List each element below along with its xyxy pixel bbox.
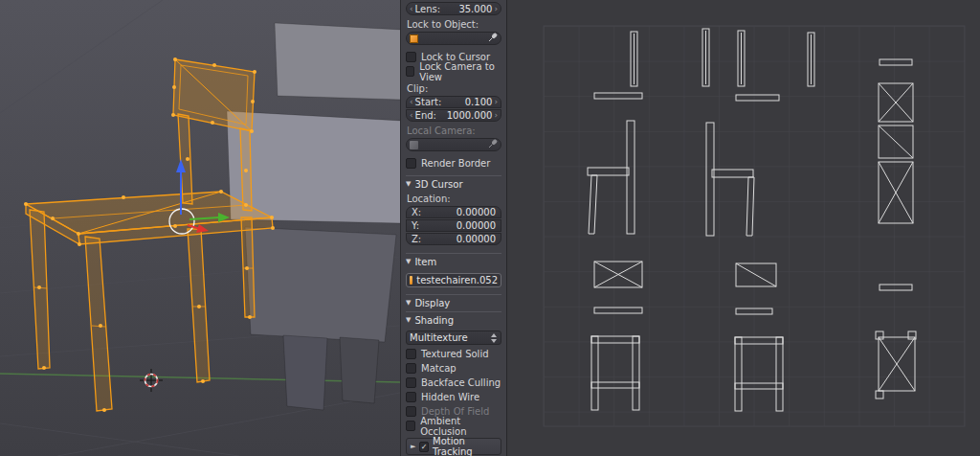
checkbox-label: Lock Camera to View	[419, 61, 501, 82]
dropdown-arrows-icon	[491, 333, 497, 343]
mesh-data-icon	[410, 276, 412, 285]
uv-grid	[544, 26, 965, 426]
checkbox-box	[406, 52, 416, 62]
motion-tracking-checkbox[interactable]: ✓	[419, 442, 429, 452]
triangle-down-icon: ▼	[406, 316, 411, 324]
panel-header-3d-cursor[interactable]: ▼ 3D Cursor	[406, 175, 501, 192]
panel-header-label: Motion Tracking	[433, 436, 497, 456]
viewport-canvas	[0, 0, 400, 456]
3d-viewport[interactable]	[0, 0, 400, 456]
matcap-checkbox[interactable]: Matcap	[406, 362, 501, 375]
slider-right-arrow-icon[interactable]: ›	[494, 111, 498, 120]
shading-mode-dropdown[interactable]: Multitexture	[406, 331, 501, 345]
clip-end-value: 1000.000	[447, 110, 493, 121]
triangle-down-icon: ▼	[406, 258, 411, 265]
triangle-right-icon: ►	[411, 443, 415, 450]
checkbox-box	[406, 392, 416, 402]
z-label: Z:	[412, 234, 457, 244]
lens-value: 35.000	[458, 4, 492, 14]
panel-header-item[interactable]: ▼ Item	[406, 253, 501, 269]
checkbox-label: Render Border	[421, 158, 490, 169]
render-border-checkbox[interactable]: Render Border	[406, 157, 501, 170]
x-label: X:	[412, 207, 457, 217]
checkbox-label: Backface Culling	[421, 377, 501, 388]
blender-window: ‹ Lens: 35.000 › Lock to Object: Lock to…	[0, 0, 980, 456]
eyedropper-icon[interactable]	[488, 139, 498, 150]
location-z-field[interactable]: Z: 0.00000	[406, 233, 501, 245]
checkbox-box	[406, 421, 415, 431]
clip-end-label: End:	[415, 110, 447, 121]
slider-left-arrow-icon[interactable]: ‹	[410, 98, 413, 106]
lens-label: Lens:	[415, 4, 459, 14]
item-name: testechairen.052	[416, 275, 498, 285]
location-label: Location:	[407, 194, 501, 204]
y-value: 0.00000	[457, 220, 496, 231]
y-label: Y:	[412, 220, 457, 231]
lens-slider[interactable]: ‹ Lens: 35.000 ›	[406, 2, 501, 15]
clip-start-value: 0.100	[465, 97, 493, 107]
panel-header-motion-tracking[interactable]: ► ✓ Motion Tracking	[406, 438, 501, 455]
slider-left-arrow-icon[interactable]: ‹	[410, 5, 413, 13]
eyedropper-icon[interactable]	[488, 33, 498, 44]
local-camera-picker[interactable]	[406, 138, 501, 151]
local-camera-label: Local Camera:	[407, 125, 501, 136]
panel-header-shading[interactable]: ▼ Shading	[406, 311, 501, 328]
checkbox-label: Hidden Wire	[421, 392, 479, 402]
lock-to-object-label: Lock to Object:	[407, 19, 501, 30]
panel-header-label: 3D Cursor	[414, 179, 462, 190]
uv-canvas	[507, 0, 980, 456]
textured-solid-checkbox[interactable]: Textured Solid	[406, 348, 501, 360]
ambient-occlusion-checkbox[interactable]: Ambient Occlusion	[406, 420, 501, 432]
clip-label: Clip:	[407, 83, 501, 94]
slider-right-arrow-icon[interactable]: ›	[494, 98, 498, 106]
uv-editor[interactable]	[507, 0, 980, 456]
location-group: X: 0.00000 Y: 0.00000 Z: 0.00000	[406, 206, 501, 245]
checkbox-box	[406, 349, 416, 359]
checkbox-label: Ambient Occlusion	[420, 416, 501, 437]
triangle-down-icon: ▼	[406, 180, 411, 188]
check-icon: ✓	[421, 443, 428, 451]
clip-start-label: Start:	[415, 97, 465, 107]
backface-culling-checkbox[interactable]: Backface Culling	[406, 376, 501, 389]
location-x-field[interactable]: X: 0.00000	[406, 206, 501, 218]
checkbox-box	[406, 363, 416, 374]
panel-header-label: Shading	[414, 315, 454, 326]
x-value: 0.00000	[457, 207, 496, 217]
location-y-field[interactable]: Y: 0.00000	[406, 219, 501, 232]
checkbox-box	[406, 158, 416, 169]
properties-panel: ‹ Lens: 35.000 › Lock to Object: Lock to…	[400, 0, 507, 456]
hidden-wire-checkbox[interactable]: Hidden Wire	[406, 391, 501, 403]
panel-header-label: Display	[414, 298, 450, 308]
clip-start-field[interactable]: ‹ Start: 0.100 ›	[406, 96, 501, 108]
lock-camera-to-view-checkbox[interactable]: Lock Camera to View	[406, 65, 501, 78]
triangle-down-icon: ▼	[406, 299, 411, 307]
object-data-icon	[410, 34, 418, 43]
clip-group: ‹ Start: 0.100 › ‹ End: 1000.000 ›	[406, 96, 501, 122]
slider-left-arrow-icon[interactable]: ‹	[410, 111, 413, 120]
lock-to-object-picker[interactable]	[406, 32, 501, 45]
camera-data-icon	[410, 141, 418, 149]
checkbox-label: Matcap	[421, 363, 457, 374]
clip-end-field[interactable]: ‹ End: 1000.000 ›	[406, 109, 501, 122]
item-name-field[interactable]: testechairen.052	[406, 273, 501, 287]
checkbox-box	[406, 406, 416, 417]
panel-header-label: Item	[414, 257, 436, 267]
slider-right-arrow-icon[interactable]: ›	[494, 5, 498, 13]
checkbox-box	[406, 66, 414, 77]
checkbox-box	[406, 377, 416, 388]
shading-mode-value: Multitexture	[410, 332, 468, 343]
z-value: 0.00000	[457, 234, 496, 244]
checkbox-label: Textured Solid	[421, 349, 489, 359]
panel-header-display[interactable]: ▼ Display	[406, 294, 501, 310]
